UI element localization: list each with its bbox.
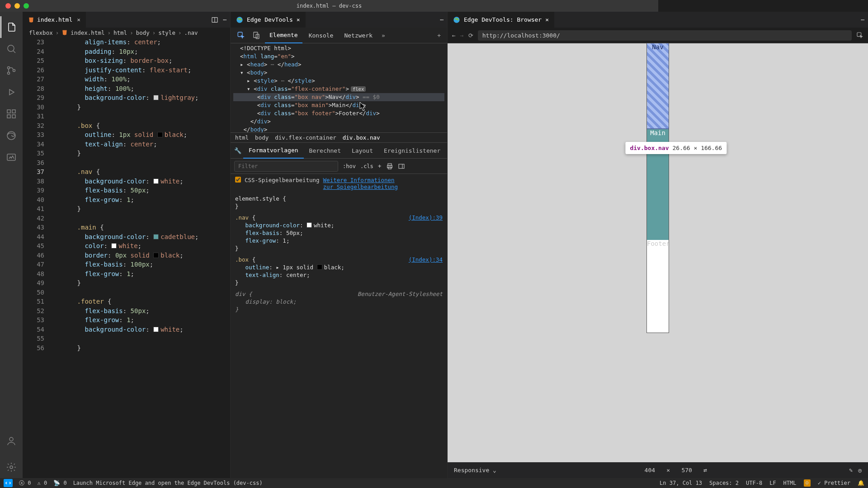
styles-pane[interactable]: element.style {} (Index):39 .nav { backg… (231, 193, 447, 319)
mirror-link[interactable]: Weitere Informationen zur Spiegelbearbei… (323, 177, 405, 190)
svg-rect-9 (7, 154, 15, 160)
crumb-body[interactable]: body (136, 29, 150, 36)
tab-netzwerk[interactable]: Netzwerk (340, 28, 377, 43)
dom-breadcrumb[interactable]: html body div.flex-container div.box.nav (231, 133, 447, 143)
svg-point-3 (13, 70, 15, 72)
extensions-icon[interactable] (0, 103, 22, 125)
crumb-boxnav[interactable]: div.box.nav (343, 134, 380, 141)
cls-toggle[interactable]: .cls (360, 163, 373, 169)
zoom-window-icon[interactable] (24, 3, 29, 9)
crumb-style[interactable]: style (158, 29, 175, 36)
split-editor-icon[interactable] (211, 16, 218, 23)
tab-elemente[interactable]: Elemente (265, 28, 302, 43)
nav-forward-icon[interactable]: → (460, 32, 464, 39)
filter-input[interactable] (234, 161, 338, 172)
crumb-html[interactable]: html (235, 134, 249, 141)
more-icon[interactable]: ⋯ (223, 16, 226, 23)
svg-point-21 (453, 17, 459, 23)
mirror-label: CSS-Spiegelbearbeitung (245, 177, 320, 183)
tab-layout[interactable]: Layout (346, 143, 378, 159)
tab-berechnet[interactable]: Berechnet (304, 143, 346, 159)
svg-point-1 (8, 67, 10, 69)
url-input[interactable]: http://localhost:3000/ (478, 30, 658, 41)
explorer-icon[interactable] (0, 16, 22, 38)
preview-nav: Nav (647, 43, 658, 129)
svg-rect-15 (254, 32, 258, 38)
tab-label: index.html (37, 16, 72, 23)
mirror-checkbox[interactable] (235, 177, 241, 183)
chevron-right-icon[interactable]: » (379, 30, 388, 41)
browser-panel: Edge DevTools: Browser × ⋯ ← → ⟳ http://… (448, 12, 658, 368)
plus-icon[interactable]: + (378, 163, 382, 169)
minimize-window-icon[interactable] (14, 3, 20, 9)
source-control-icon[interactable] (0, 60, 22, 81)
more-icon[interactable]: ⋯ (440, 16, 443, 23)
media-icon[interactable] (0, 146, 22, 168)
dom-tree[interactable]: <!DOCTYPE html> <html lang="en"> ▸ <head… (231, 43, 447, 133)
breadcrumbs[interactable]: flexbox› index.html› html› body› style› … (23, 28, 230, 38)
tab-ereignislistener[interactable]: Ereignislistener (378, 143, 446, 159)
nav-back-icon[interactable]: ← (452, 32, 456, 39)
edge-icon[interactable] (0, 125, 22, 146)
html-file-icon (61, 29, 68, 36)
crumb-folder[interactable]: flexbox (29, 29, 53, 36)
crumb-container[interactable]: div.flex-container (275, 134, 336, 141)
svg-rect-4 (7, 110, 10, 113)
close-tab-icon[interactable]: × (77, 16, 80, 23)
devtools-tab[interactable]: Edge DevTools × (231, 12, 306, 28)
panel-icon[interactable] (398, 163, 405, 170)
device-toggle-icon[interactable] (250, 29, 263, 41)
crumb-html[interactable]: html (113, 29, 127, 36)
close-tab-icon[interactable]: × (545, 16, 549, 23)
plus-icon[interactable]: + (434, 30, 443, 41)
svg-rect-20 (399, 164, 404, 168)
edge-icon (453, 16, 460, 23)
browser-tab[interactable]: Edge DevTools: Browser × (448, 12, 554, 28)
tab-konsole[interactable]: Konsole (304, 28, 338, 43)
window-title: index.html — dev-css (297, 3, 362, 9)
svg-point-13 (236, 17, 242, 23)
close-window-icon[interactable] (5, 3, 11, 9)
rule-src-nav[interactable]: (Index):39 (409, 214, 443, 221)
html-file-icon (28, 17, 34, 23)
edge-icon (236, 16, 243, 23)
activity-bar (0, 12, 23, 368)
svg-rect-17 (388, 164, 392, 165)
crumb-nav[interactable]: .nav (184, 29, 198, 36)
preview-footer: Footer (647, 240, 658, 333)
wrench-icon[interactable]: 🔧 (234, 147, 241, 154)
svg-rect-5 (7, 115, 10, 118)
mouse-cursor-icon (359, 102, 367, 112)
browser-preview[interactable]: Nav Main Footer div.box.nav 26.66 × 166.… (448, 43, 658, 368)
tab-formatvorlagen[interactable]: Formatvorlagen (243, 143, 304, 159)
search-icon[interactable] (0, 38, 22, 60)
inspect-tooltip: div.box.nav 26.66 × 166.66 (625, 142, 658, 154)
close-tab-icon[interactable]: × (297, 16, 300, 23)
rule-src-box[interactable]: (Index):34 (409, 256, 443, 263)
svg-rect-6 (12, 115, 15, 118)
svg-rect-7 (12, 110, 15, 113)
devtools-panel: Edge DevTools × ⋯ Elemente Konsole Netzw… (231, 12, 448, 368)
print-icon[interactable] (386, 163, 393, 170)
title-bar: index.html — dev-css (0, 0, 658, 12)
hov-toggle[interactable]: :hov (343, 163, 356, 169)
reload-icon[interactable]: ⟳ (468, 32, 473, 39)
crumb-body[interactable]: body (255, 134, 269, 141)
crumb-file[interactable]: index.html (71, 29, 104, 36)
svg-point-0 (8, 45, 14, 52)
devtools-tab-label: Edge DevTools (247, 16, 293, 23)
editor-panel: index.html × ⋯ flexbox› index.html› html… (23, 12, 231, 368)
run-debug-icon[interactable] (0, 81, 22, 103)
inspect-icon[interactable] (234, 29, 248, 41)
code-editor[interactable]: 2324252627282930313233343536373839404142… (23, 38, 230, 368)
rule-element-style[interactable]: element.style { (235, 195, 286, 202)
rule-uas: Benutzer-Agent-Stylesheet (358, 290, 443, 298)
svg-point-2 (8, 72, 10, 75)
tooltip-selector: div.box.nav (630, 145, 658, 151)
browser-tab-label: Edge DevTools: Browser (464, 16, 542, 23)
phone-frame: Nav Main Footer (647, 43, 658, 333)
file-tab[interactable]: index.html × (23, 12, 86, 28)
traffic-lights (0, 3, 29, 9)
